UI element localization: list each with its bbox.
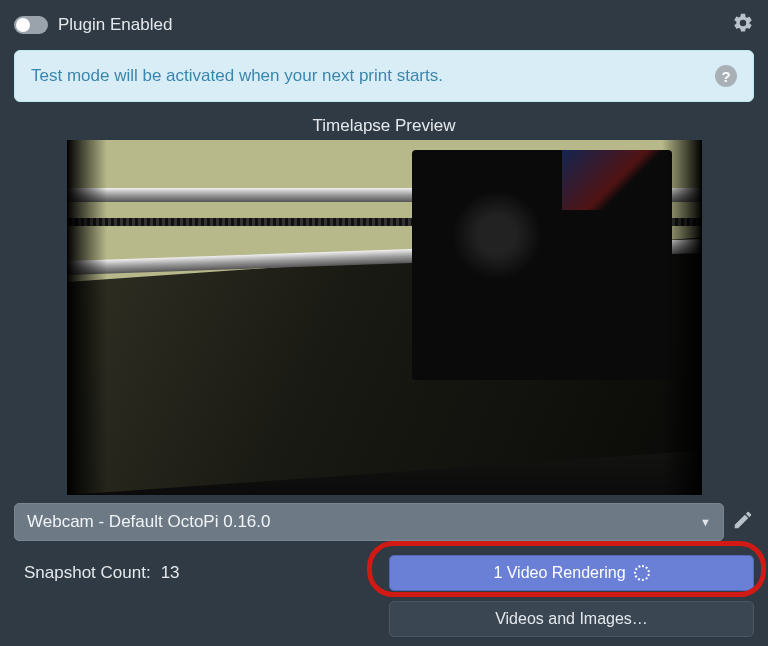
snapshot-count-label: Snapshot Count:	[24, 563, 151, 583]
snapshot-count-value: 13	[161, 563, 180, 583]
toggle-switch-icon	[14, 16, 48, 34]
camera-select[interactable]: Webcam - Default OctoPi 0.16.0 ▼	[14, 503, 724, 541]
spinner-icon	[634, 565, 650, 581]
help-button[interactable]: ?	[715, 65, 737, 87]
plugin-enabled-label: Plugin Enabled	[58, 15, 172, 35]
plugin-enabled-toggle[interactable]: Plugin Enabled	[14, 15, 172, 35]
preview-title: Timelapse Preview	[14, 116, 754, 136]
videos-and-images-button[interactable]: Videos and Images…	[389, 601, 754, 637]
edit-camera-button[interactable]	[732, 509, 754, 535]
settings-button[interactable]	[732, 12, 754, 38]
timelapse-preview-image	[67, 140, 702, 495]
pencil-icon	[732, 509, 754, 531]
videos-and-images-label: Videos and Images…	[495, 610, 648, 628]
video-rendering-button[interactable]: 1 Video Rendering	[389, 555, 754, 591]
chevron-down-icon: ▼	[700, 516, 711, 528]
camera-select-value: Webcam - Default OctoPi 0.16.0	[27, 512, 270, 532]
video-rendering-label: 1 Video Rendering	[493, 564, 625, 582]
snapshot-count: Snapshot Count: 13	[24, 555, 180, 583]
gear-icon	[732, 12, 754, 34]
info-banner-text: Test mode will be activated when your ne…	[31, 66, 443, 86]
info-banner: Test mode will be activated when your ne…	[14, 50, 754, 102]
